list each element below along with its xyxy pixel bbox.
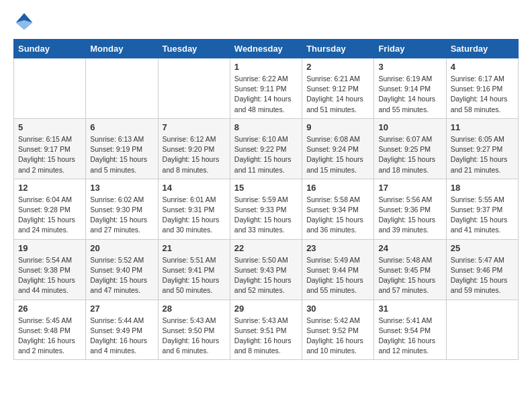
calendar-day-4: 4Sunrise: 6:17 AM Sunset: 9:16 PM Daylig… [446, 58, 518, 119]
weekday-header-saturday: Saturday [446, 40, 518, 58]
day-number: 23 [306, 243, 369, 253]
day-info: Sunrise: 5:52 AM Sunset: 9:40 PM Dayligh… [90, 255, 153, 296]
day-info: Sunrise: 6:08 AM Sunset: 9:24 PM Dayligh… [306, 134, 369, 175]
day-number: 21 [163, 243, 226, 253]
day-number: 4 [451, 62, 514, 72]
day-info: Sunrise: 6:22 AM Sunset: 9:11 PM Dayligh… [234, 74, 298, 115]
weekday-header-wednesday: Wednesday [230, 40, 302, 58]
header [13, 11, 519, 32]
calendar-day-20: 20Sunrise: 5:52 AM Sunset: 9:40 PM Dayli… [86, 239, 158, 300]
day-number: 14 [163, 183, 226, 193]
day-number: 12 [18, 183, 81, 193]
day-number: 29 [234, 304, 298, 314]
day-info: Sunrise: 6:01 AM Sunset: 9:31 PM Dayligh… [163, 195, 226, 236]
day-info: Sunrise: 5:51 AM Sunset: 9:41 PM Dayligh… [163, 255, 226, 296]
logo [13, 11, 38, 32]
logo-icon [13, 11, 35, 32]
calendar-day-26: 26Sunrise: 5:45 AM Sunset: 9:48 PM Dayli… [14, 300, 86, 360]
day-info: Sunrise: 5:59 AM Sunset: 9:33 PM Dayligh… [234, 195, 298, 236]
calendar-day-25: 25Sunrise: 5:47 AM Sunset: 9:46 PM Dayli… [446, 239, 518, 300]
calendar-day-2: 2Sunrise: 6:21 AM Sunset: 9:12 PM Daylig… [302, 58, 374, 119]
calendar-day-9: 9Sunrise: 6:08 AM Sunset: 9:24 PM Daylig… [302, 118, 374, 179]
calendar-day-22: 22Sunrise: 5:50 AM Sunset: 9:43 PM Dayli… [230, 239, 302, 300]
day-number: 20 [90, 243, 153, 253]
calendar-empty-cell [158, 58, 230, 119]
day-number: 18 [451, 183, 514, 193]
day-info: Sunrise: 6:12 AM Sunset: 9:20 PM Dayligh… [163, 134, 226, 175]
weekday-header-tuesday: Tuesday [158, 40, 230, 58]
day-info: Sunrise: 6:10 AM Sunset: 9:22 PM Dayligh… [234, 134, 298, 175]
day-info: Sunrise: 6:13 AM Sunset: 9:19 PM Dayligh… [90, 134, 153, 175]
day-number: 27 [90, 304, 153, 314]
weekday-header-friday: Friday [374, 40, 446, 58]
day-number: 31 [378, 304, 441, 314]
weekday-header-monday: Monday [86, 40, 158, 58]
calendar-day-18: 18Sunrise: 5:55 AM Sunset: 9:37 PM Dayli… [446, 179, 518, 239]
calendar-week-row: 1Sunrise: 6:22 AM Sunset: 9:11 PM Daylig… [14, 58, 519, 119]
day-number: 1 [234, 62, 298, 72]
day-info: Sunrise: 5:54 AM Sunset: 9:38 PM Dayligh… [18, 255, 81, 296]
day-number: 17 [378, 183, 441, 193]
calendar-day-1: 1Sunrise: 6:22 AM Sunset: 9:11 PM Daylig… [230, 58, 302, 119]
calendar-week-row: 5Sunrise: 6:15 AM Sunset: 9:17 PM Daylig… [14, 118, 519, 179]
day-number: 28 [163, 304, 226, 314]
day-number: 9 [306, 122, 369, 132]
day-number: 10 [378, 122, 441, 132]
day-info: Sunrise: 6:17 AM Sunset: 9:16 PM Dayligh… [451, 74, 514, 115]
calendar-day-6: 6Sunrise: 6:13 AM Sunset: 9:19 PM Daylig… [86, 118, 158, 179]
calendar-day-31: 31Sunrise: 5:41 AM Sunset: 9:54 PM Dayli… [374, 300, 446, 360]
day-info: Sunrise: 5:42 AM Sunset: 9:52 PM Dayligh… [306, 316, 369, 357]
calendar-day-27: 27Sunrise: 5:44 AM Sunset: 9:49 PM Dayli… [86, 300, 158, 360]
day-info: Sunrise: 6:15 AM Sunset: 9:17 PM Dayligh… [18, 134, 81, 175]
day-number: 7 [163, 122, 226, 132]
day-number: 6 [90, 122, 153, 132]
day-number: 16 [306, 183, 369, 193]
calendar-day-21: 21Sunrise: 5:51 AM Sunset: 9:41 PM Dayli… [158, 239, 230, 300]
weekday-header-thursday: Thursday [302, 40, 374, 58]
calendar-empty-cell [446, 300, 518, 360]
day-info: Sunrise: 6:07 AM Sunset: 9:25 PM Dayligh… [378, 134, 441, 175]
day-number: 2 [306, 62, 369, 72]
day-number: 26 [18, 304, 81, 314]
day-number: 25 [451, 243, 514, 253]
day-info: Sunrise: 6:21 AM Sunset: 9:12 PM Dayligh… [306, 74, 369, 115]
calendar-day-17: 17Sunrise: 5:56 AM Sunset: 9:36 PM Dayli… [374, 179, 446, 239]
day-info: Sunrise: 5:43 AM Sunset: 9:51 PM Dayligh… [234, 316, 298, 357]
calendar-day-28: 28Sunrise: 5:43 AM Sunset: 9:50 PM Dayli… [158, 300, 230, 360]
day-number: 11 [451, 122, 514, 132]
day-info: Sunrise: 5:48 AM Sunset: 9:45 PM Dayligh… [378, 255, 441, 296]
calendar-day-8: 8Sunrise: 6:10 AM Sunset: 9:22 PM Daylig… [230, 118, 302, 179]
calendar-day-5: 5Sunrise: 6:15 AM Sunset: 9:17 PM Daylig… [14, 118, 86, 179]
day-number: 30 [306, 304, 369, 314]
calendar-table: SundayMondayTuesdayWednesdayThursdayFrid… [13, 39, 519, 360]
calendar-day-3: 3Sunrise: 6:19 AM Sunset: 9:14 PM Daylig… [374, 58, 446, 119]
weekday-header-sunday: Sunday [14, 40, 86, 58]
day-info: Sunrise: 5:58 AM Sunset: 9:34 PM Dayligh… [306, 195, 369, 236]
day-info: Sunrise: 6:04 AM Sunset: 9:28 PM Dayligh… [18, 195, 81, 236]
calendar-week-row: 19Sunrise: 5:54 AM Sunset: 9:38 PM Dayli… [14, 239, 519, 300]
calendar-day-10: 10Sunrise: 6:07 AM Sunset: 9:25 PM Dayli… [374, 118, 446, 179]
day-number: 24 [378, 243, 441, 253]
calendar-day-15: 15Sunrise: 5:59 AM Sunset: 9:33 PM Dayli… [230, 179, 302, 239]
calendar-day-16: 16Sunrise: 5:58 AM Sunset: 9:34 PM Dayli… [302, 179, 374, 239]
page: SundayMondayTuesdayWednesdayThursdayFrid… [0, 0, 532, 371]
calendar-week-row: 12Sunrise: 6:04 AM Sunset: 9:28 PM Dayli… [14, 179, 519, 239]
day-number: 8 [234, 122, 298, 132]
day-number: 13 [90, 183, 153, 193]
calendar-day-24: 24Sunrise: 5:48 AM Sunset: 9:45 PM Dayli… [374, 239, 446, 300]
day-info: Sunrise: 5:55 AM Sunset: 9:37 PM Dayligh… [451, 195, 514, 236]
calendar-empty-cell [86, 58, 158, 119]
calendar-day-13: 13Sunrise: 6:02 AM Sunset: 9:30 PM Dayli… [86, 179, 158, 239]
day-number: 3 [378, 62, 441, 72]
day-info: Sunrise: 5:44 AM Sunset: 9:49 PM Dayligh… [90, 316, 153, 357]
day-info: Sunrise: 5:47 AM Sunset: 9:46 PM Dayligh… [451, 255, 514, 296]
day-number: 15 [234, 183, 298, 193]
day-number: 5 [18, 122, 81, 132]
calendar-day-14: 14Sunrise: 6:01 AM Sunset: 9:31 PM Dayli… [158, 179, 230, 239]
calendar-day-30: 30Sunrise: 5:42 AM Sunset: 9:52 PM Dayli… [302, 300, 374, 360]
day-number: 22 [234, 243, 298, 253]
day-info: Sunrise: 6:05 AM Sunset: 9:27 PM Dayligh… [451, 134, 514, 175]
calendar-day-12: 12Sunrise: 6:04 AM Sunset: 9:28 PM Dayli… [14, 179, 86, 239]
day-info: Sunrise: 6:19 AM Sunset: 9:14 PM Dayligh… [378, 74, 441, 115]
day-number: 19 [18, 243, 81, 253]
